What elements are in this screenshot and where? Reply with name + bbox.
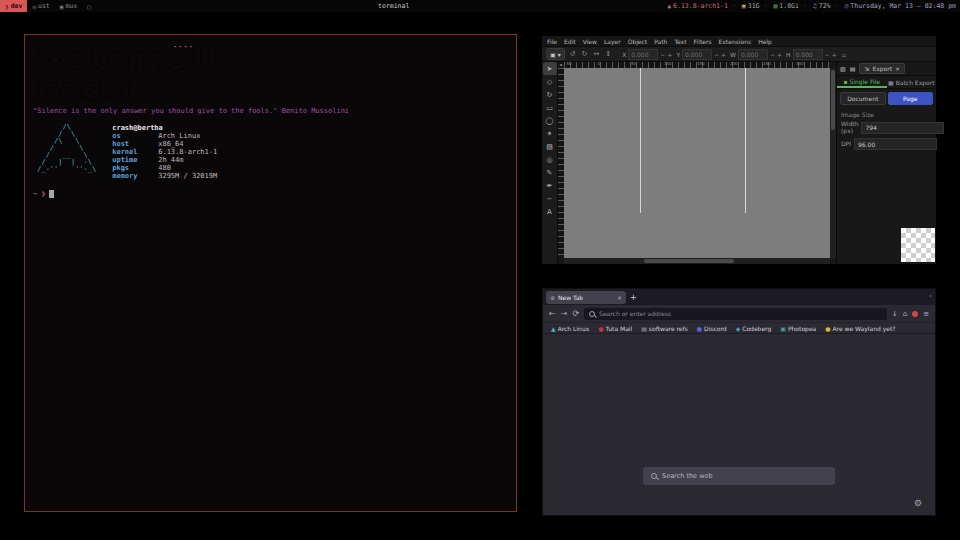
toolbar-icon[interactable]: ↺ [570, 50, 576, 58]
tool-button[interactable]: ◎ [543, 153, 557, 166]
tool-button[interactable]: ◯ [543, 114, 557, 127]
export-panel: ▧ ▤ ⇲ Export × ▪ Single File ▦ Batch Exp… [836, 62, 936, 264]
bookmark-item[interactable]: ● Tuta Mail [598, 325, 632, 332]
gear-icon[interactable]: ⚙ [914, 498, 922, 508]
url-bar[interactable]: Search or enter address [584, 308, 887, 320]
home-icon[interactable]: ⌂ [903, 310, 907, 318]
focused-window-title: terminal [378, 0, 409, 12]
menu-item[interactable]: Layer [604, 38, 621, 45]
bookmark-item[interactable]: ▲ Arch Linux [551, 325, 589, 332]
bookmark-item[interactable]: ● Discord [697, 325, 727, 332]
toolbar-icon[interactable]: ↔ [593, 50, 599, 58]
coordinate-field[interactable]: W 0.000 − + [730, 49, 782, 60]
tab-close-icon[interactable]: × [617, 294, 622, 301]
reload-button[interactable]: ⟳ [572, 309, 579, 318]
tool-button[interactable]: ↻ [543, 88, 557, 101]
stepper-plus-icon[interactable]: + [667, 51, 672, 58]
system-fetch: /\ / \ /\ \ / \ / __ \ / | | -\ /_-'' ''… [33, 124, 508, 180]
selection-mode-dropdown[interactable]: ▣ ▾ [546, 48, 565, 60]
menu-item[interactable]: Edit [564, 38, 576, 45]
dialog-header: ▧ ▤ ⇲ Export × [837, 62, 936, 76]
globe-icon: ⊕ [550, 294, 555, 301]
tool-button[interactable]: ◇ [543, 75, 557, 88]
close-icon[interactable]: × [895, 65, 900, 72]
ruler-labels: -50050100150200250300 [564, 61, 830, 68]
active-tab[interactable]: ⊕ New Tab × [546, 291, 626, 304]
drawing-canvas[interactable] [564, 68, 830, 258]
ruler-label: 300 [795, 61, 828, 68]
menu-item[interactable]: Help [758, 38, 772, 45]
ascii-art-back: _ _ _ | |__ __ _ ___| | _| | | '_ \ / _`… [33, 70, 508, 100]
stepper-minus-icon[interactable]: − [660, 51, 665, 58]
bookmark-item[interactable]: ● Are we Wayland yet? [825, 325, 895, 332]
menu-item[interactable]: View [583, 38, 597, 45]
workspace-item[interactable]: ◎ ust [27, 0, 54, 12]
tool-button[interactable]: ✎ [543, 166, 557, 179]
width-field[interactable] [861, 122, 944, 134]
stepper-minus-icon[interactable]: − [825, 51, 830, 58]
document-button[interactable]: Document [840, 92, 886, 105]
lock-ratio-icon[interactable]: ▫ [842, 51, 846, 58]
page-button[interactable]: Page [888, 92, 934, 105]
tool-button[interactable]: ▭ [543, 101, 557, 114]
back-button[interactable]: ← [549, 309, 556, 318]
export-dialog-tab[interactable]: ⇲ Export × [859, 63, 905, 74]
tab-single-file[interactable]: ▪ Single File [837, 76, 887, 88]
menu-item[interactable]: Extensions [719, 38, 752, 45]
dpi-field[interactable] [854, 138, 937, 150]
extension-icon[interactable] [912, 311, 918, 317]
toolbar-icon[interactable]: ↕ [605, 50, 611, 58]
stepper-minus-icon[interactable]: − [714, 51, 719, 58]
tab-batch-export[interactable]: ▦ Batch Export [887, 76, 937, 88]
objects-dialog-icon[interactable]: ▧ [840, 65, 846, 72]
bookmark-item[interactable]: ▤ software refs [641, 325, 688, 332]
tool-button[interactable]: ➤ [543, 62, 557, 75]
tool-button[interactable]: A [543, 205, 557, 218]
image-size-label: Image Size [837, 108, 936, 119]
field-value[interactable]: 0.000 [682, 49, 712, 60]
coordinate-field[interactable]: X 0.000 − + [622, 49, 672, 60]
menu-item[interactable]: Text [674, 38, 686, 45]
bookmark-item[interactable]: ◆ Codeberg [736, 325, 772, 332]
status-module: ◷ Thursday, Mar 13 — 02:48 pm [830, 0, 956, 12]
menu-item[interactable]: Path [654, 38, 667, 45]
status-module: ♫ 72% [799, 0, 831, 12]
field-value[interactable]: 0.000 [628, 49, 658, 60]
field-value[interactable]: 0.000 [793, 49, 823, 60]
stepper-minus-icon[interactable]: − [770, 51, 775, 58]
status-module-text: 1.8Gi [779, 2, 799, 10]
list-all-tabs-icon[interactable]: ˅ [929, 294, 932, 301]
terminal-window[interactable]: ···· _ _ _ __ _____| | ___ ___ _ __ ___ … [24, 34, 517, 512]
tool-button[interactable]: ▧ [543, 140, 557, 153]
stepper-plus-icon[interactable]: + [832, 51, 837, 58]
new-tab-button[interactable]: + [630, 293, 637, 302]
stepper-plus-icon[interactable]: + [777, 51, 782, 58]
menu-item[interactable]: Object [628, 38, 648, 45]
download-icon[interactable]: ↓ [892, 310, 898, 318]
field-value[interactable]: 0.000 [738, 49, 768, 60]
layers-dialog-icon[interactable]: ▤ [850, 65, 856, 72]
workspace-item[interactable]: ▢ [82, 0, 98, 12]
dpi-label: DPI [841, 141, 851, 148]
menu-item[interactable]: Filters [694, 38, 712, 45]
tool-button[interactable]: ~ [543, 192, 557, 205]
workspace-item[interactable]: ❯ dev [0, 0, 27, 12]
coordinate-field[interactable]: H 0.000 − + [786, 49, 837, 60]
toolbar-icon[interactable]: ↻ [582, 50, 588, 58]
workspace-item[interactable]: ▣ mux [55, 0, 82, 12]
coordinate-field[interactable]: Y 0.000 − + [676, 49, 726, 60]
web-search-input[interactable]: Search the web [643, 467, 835, 485]
menu-icon[interactable]: ≡ [923, 310, 929, 318]
workspace-icon: ▢ [87, 3, 91, 10]
shell-prompt[interactable]: ~ ❯ [33, 190, 508, 198]
bookmark-item[interactable]: ▣ Photopea [780, 325, 816, 332]
menu-item[interactable]: File [547, 38, 557, 45]
tool-button[interactable]: ✒ [543, 179, 557, 192]
fetch-value: 480 [158, 164, 171, 172]
status-module-icon: ▣ [742, 2, 746, 10]
tool-button[interactable]: ✶ [543, 127, 557, 140]
canvas-horizontal-scrollbar[interactable] [564, 258, 830, 264]
forward-button[interactable]: → [561, 309, 568, 318]
export-tab-label: Export [872, 65, 892, 72]
stepper-plus-icon[interactable]: + [721, 51, 726, 58]
